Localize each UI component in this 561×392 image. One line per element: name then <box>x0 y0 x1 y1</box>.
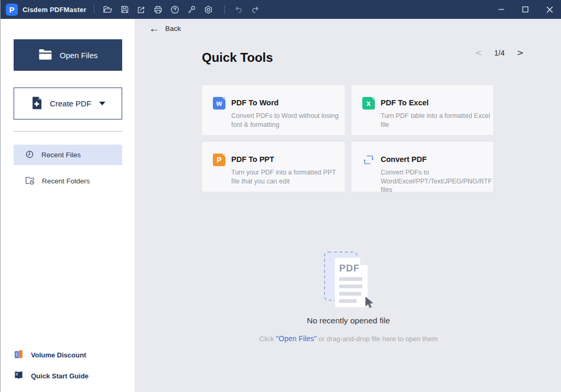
sidebar-item-label: Recent Folders <box>42 177 90 185</box>
card-title: PDF To Excel <box>381 99 429 107</box>
folder-clock-icon <box>25 176 35 187</box>
print-icon[interactable] <box>150 2 167 17</box>
redo-icon[interactable] <box>247 2 264 17</box>
settings-icon[interactable] <box>200 2 217 17</box>
window-controls <box>489 0 561 19</box>
page-title: Quick Tools <box>202 50 273 65</box>
next-page-icon[interactable]: > <box>517 49 524 57</box>
help-icon[interactable] <box>167 2 184 17</box>
empty-state-title: No recently opened file <box>135 316 561 325</box>
convert-icon <box>362 154 375 166</box>
sidebar-item-label: Recent Files <box>41 151 81 159</box>
sidebar-item-volume-discount[interactable]: Volume Discount <box>14 348 129 362</box>
create-pdf-icon <box>30 96 43 112</box>
app-title: Cisdem PDFMaster <box>23 6 87 14</box>
sidebar-item-recent-folders[interactable]: Recent Folders <box>14 171 122 191</box>
sidebar-item-recent-files[interactable]: Recent Files <box>14 145 122 165</box>
open-files-button[interactable]: Open Files <box>14 39 122 71</box>
clock-icon <box>25 150 34 160</box>
titlebar-divider <box>224 5 225 14</box>
pagination: < 1/4 > <box>475 49 524 57</box>
app-logo-icon: P <box>6 4 18 16</box>
quick-start-guide-label: Quick Start Guide <box>31 372 89 380</box>
empty-state-hint: Click "Open Files" or drag-and-drop file… <box>135 334 561 343</box>
titlebar: P Cisdem PDFMaster <box>1 0 561 19</box>
card-description: Convert PDFs to Word without losing font… <box>231 112 344 129</box>
share-icon[interactable] <box>133 2 150 17</box>
card-convert-pdf[interactable]: Convert PDF Convert PDFs to Word/Excel/P… <box>351 141 494 192</box>
excel-icon: x <box>362 97 375 110</box>
close-button[interactable] <box>537 0 561 19</box>
book-icon <box>14 370 24 382</box>
page-indicator: 1/4 <box>494 49 504 57</box>
svg-text:PDF: PDF <box>339 263 360 274</box>
card-pdf-to-excel[interactable]: x PDF To Excel Turn PDF table into a for… <box>351 84 494 136</box>
card-description: Turn PDF table into a formatted Excel fi… <box>381 112 494 129</box>
ppt-icon: P <box>213 154 225 166</box>
sidebar: Open Files Create PDF R <box>1 19 135 392</box>
main-panel: ← Back Quick Tools < 1/4 > w PDF To Word… <box>135 19 561 392</box>
back-button[interactable]: ← Back <box>149 23 181 34</box>
sidebar-divider <box>14 131 122 132</box>
hint-prefix: Click <box>260 335 276 343</box>
buildings-icon <box>14 349 24 361</box>
open-file-icon[interactable] <box>100 2 116 17</box>
folder-icon <box>38 48 52 62</box>
sidebar-item-quick-start-guide[interactable]: Quick Start Guide <box>14 369 129 383</box>
volume-discount-label: Volume Discount <box>31 351 86 359</box>
create-pdf-label: Create PDF <box>50 99 91 108</box>
titlebar-divider <box>94 5 94 14</box>
empty-state-illustration: PDF <box>319 249 377 310</box>
undo-icon[interactable] <box>230 2 247 17</box>
card-description: Turn your PDF into a formatted PPT file … <box>231 168 344 186</box>
quick-tools-grid: w PDF To Word Convert PDFs to Word witho… <box>201 84 494 192</box>
card-description: Convert PDFs to Word/Excel/PPT/Text/JPEG… <box>381 168 494 194</box>
card-title: PDF To PPT <box>231 155 274 164</box>
create-pdf-button[interactable]: Create PDF <box>14 88 122 119</box>
card-title: PDF To Word <box>231 99 278 107</box>
register-key-icon[interactable] <box>184 2 200 17</box>
prev-page-icon[interactable]: < <box>475 49 482 57</box>
card-pdf-to-ppt[interactable]: P PDF To PPT Turn your PDF into a format… <box>201 141 346 192</box>
chevron-down-icon <box>99 102 105 105</box>
save-icon[interactable] <box>116 2 133 17</box>
card-title: Convert PDF <box>381 155 427 164</box>
word-icon: w <box>213 97 225 110</box>
maximize-button[interactable] <box>513 0 537 19</box>
back-arrow-icon: ← <box>149 23 159 34</box>
minimize-button[interactable] <box>489 0 513 19</box>
open-files-label: Open Files <box>60 51 98 60</box>
hint-suffix: or drag-and-drop file here to open them <box>317 335 438 343</box>
card-pdf-to-word[interactable]: w PDF To Word Convert PDFs to Word witho… <box>201 84 346 136</box>
back-label: Back <box>165 25 181 32</box>
app-window: P Cisdem PDFMaster <box>0 0 561 392</box>
open-files-link[interactable]: "Open Files" <box>276 334 317 343</box>
